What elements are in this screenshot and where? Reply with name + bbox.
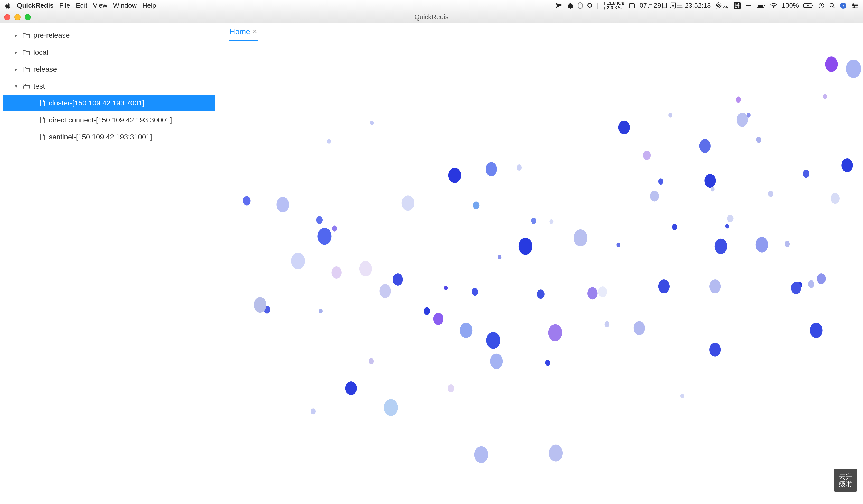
particle-dot xyxy=(672,224,677,230)
particle-dot xyxy=(319,309,323,313)
svg-point-22 xyxy=(855,5,857,7)
particle-dot xyxy=(810,323,823,338)
connection-tree-sidebar[interactable]: ▸pre-release▸local▸release▾testcluster-[… xyxy=(0,23,218,504)
main-pane: Home ✕ 去升级啦 xyxy=(218,23,863,504)
particle-dot xyxy=(486,332,500,349)
folder-icon xyxy=(23,32,30,38)
wifi-icon[interactable] xyxy=(770,3,777,9)
menubar-left: QuickRedis File Edit View Window Help xyxy=(5,1,156,10)
particle-dot xyxy=(658,280,670,293)
battery-percent[interactable]: 100% xyxy=(782,1,799,10)
tree-connection-label: sentinel-[150.109.42.193:31001] xyxy=(49,133,152,141)
particle-dot xyxy=(658,178,663,184)
tab-home[interactable]: Home ✕ xyxy=(229,23,258,41)
particle-dot xyxy=(346,381,357,395)
particle-dot xyxy=(490,354,503,369)
particle-dot xyxy=(460,323,472,338)
menu-file[interactable]: File xyxy=(59,1,70,10)
particle-dot xyxy=(710,343,721,357)
particle-dot xyxy=(737,113,748,127)
window-minimize-button[interactable] xyxy=(14,14,21,20)
particle-dot xyxy=(710,280,721,293)
battery-bar-icon[interactable] xyxy=(757,3,765,8)
tab-close-button[interactable]: ✕ xyxy=(252,28,258,35)
particle-dot xyxy=(393,273,403,286)
particle-dot xyxy=(699,139,711,153)
menu-help[interactable]: Help xyxy=(142,1,156,10)
clock-icon[interactable] xyxy=(818,3,825,9)
particle-dot xyxy=(680,393,684,398)
particle-dot xyxy=(243,196,251,205)
expand-caret-icon[interactable]: ▸ xyxy=(13,66,19,73)
particle-dot xyxy=(747,113,751,118)
particle-dot xyxy=(317,228,332,245)
mouse-icon[interactable] xyxy=(578,2,583,9)
particle-dot xyxy=(756,137,761,143)
svg-point-11 xyxy=(773,7,774,8)
svg-point-21 xyxy=(852,3,854,5)
tree-folder-test[interactable]: ▾test xyxy=(3,78,215,94)
tree-folder-label: release xyxy=(34,65,57,73)
expand-caret-icon[interactable]: ▾ xyxy=(13,83,19,89)
window-body: ▸pre-release▸local▸release▾testcluster-[… xyxy=(0,23,863,504)
particle-dot xyxy=(668,113,672,118)
menu-view[interactable]: View xyxy=(93,1,108,10)
particle-dot xyxy=(605,321,610,327)
particle-dot xyxy=(473,202,479,209)
ime-icon[interactable]: 拼 xyxy=(734,2,741,9)
particle-dot xyxy=(598,286,607,297)
calendar-icon[interactable] xyxy=(629,3,635,9)
safari-icon[interactable] xyxy=(840,2,847,9)
particle-dot xyxy=(548,324,562,341)
particle-dot xyxy=(332,266,341,279)
expand-caret-icon[interactable]: ▸ xyxy=(13,49,19,55)
menubar-weather[interactable]: 多云 xyxy=(716,1,729,10)
particle-dot xyxy=(711,187,714,192)
window-maximize-button[interactable] xyxy=(25,14,31,20)
spotlight-icon[interactable] xyxy=(829,3,835,9)
expand-caret-icon[interactable]: ▸ xyxy=(13,32,19,38)
particle-dot xyxy=(276,197,289,212)
particle-dot xyxy=(444,286,448,290)
tree-connection-item[interactable]: direct connect-[150.109.42.193:30001] xyxy=(3,112,215,128)
tab-bar: Home ✕ xyxy=(223,23,858,41)
particle-dot xyxy=(359,261,372,276)
particle-dot xyxy=(825,56,838,72)
tree-connection-label: cluster-[150.109.42.193:7001] xyxy=(49,99,145,107)
svg-rect-8 xyxy=(760,5,761,7)
menu-edit[interactable]: Edit xyxy=(76,1,87,10)
menu-window[interactable]: Window xyxy=(113,1,137,10)
tree-connection-item[interactable]: cluster-[150.109.42.193:7001] xyxy=(3,95,215,112)
network-stats[interactable]: ↑11.8 K/s ↓2.6 K/s xyxy=(603,1,624,10)
particle-dot xyxy=(791,282,801,294)
tree-folder-local[interactable]: ▸local xyxy=(3,44,215,61)
divider-icon: | xyxy=(597,1,599,10)
particle-dot xyxy=(316,216,323,224)
apple-icon[interactable] xyxy=(5,2,11,9)
tab-label: Home xyxy=(229,27,250,36)
tree-folder-release[interactable]: ▸release xyxy=(3,61,215,77)
upgrade-badge[interactable]: 去升级啦 xyxy=(834,469,857,492)
particle-dot xyxy=(311,408,316,414)
bell-icon[interactable] xyxy=(568,3,573,9)
particle-dot xyxy=(727,215,734,222)
tree-connection-item[interactable]: sentinel-[150.109.42.193:31001] xyxy=(3,129,215,145)
particle-dot xyxy=(498,255,502,259)
svg-rect-7 xyxy=(758,5,759,7)
particle-dot xyxy=(254,297,266,313)
net-down: 2.6 K/s xyxy=(607,5,622,10)
paper-plane-icon[interactable] xyxy=(555,3,563,9)
particle-dot xyxy=(545,360,550,366)
particle-dot xyxy=(725,224,729,229)
particle-dot xyxy=(618,120,630,134)
menubar-datetime[interactable]: 07月29日 周三 23:52:13 xyxy=(640,1,711,10)
battery-charging-icon[interactable] xyxy=(803,3,814,8)
shield-icon[interactable]: O xyxy=(587,1,592,10)
tree-folder-pre-release[interactable]: ▸pre-release xyxy=(3,27,215,44)
particle-dot xyxy=(402,195,414,211)
particle-dot xyxy=(768,191,773,197)
sync-icon[interactable] xyxy=(745,3,752,8)
window-close-button[interactable] xyxy=(4,14,10,20)
control-center-icon[interactable] xyxy=(851,3,858,9)
menubar-app-name[interactable]: QuickRedis xyxy=(17,1,54,10)
